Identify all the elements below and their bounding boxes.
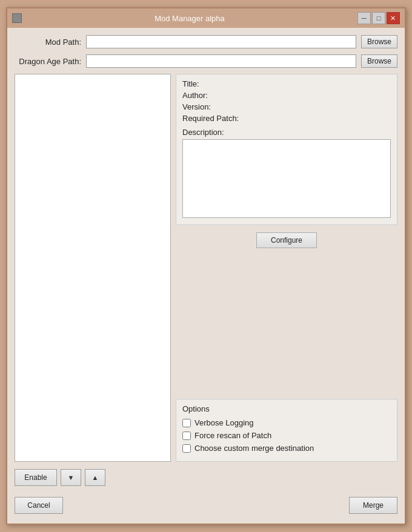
title-row: Title: bbox=[182, 79, 391, 88]
main-window: Mod Manager alpha ─ □ ✕ Mod Path: Browse… bbox=[6, 7, 406, 525]
arrow-down-button[interactable]: ▼ bbox=[61, 469, 81, 486]
minimize-button[interactable]: ─ bbox=[357, 12, 371, 24]
required-patch-row: Required Patch: bbox=[182, 114, 391, 123]
dragon-age-path-row: Dragon Age Path: Browse bbox=[15, 54, 397, 68]
version-label: Version: bbox=[182, 102, 249, 111]
spacer bbox=[176, 255, 397, 395]
verbose-logging-label[interactable]: Verbose Logging bbox=[194, 418, 254, 427]
author-label: Author: bbox=[182, 91, 249, 100]
verbose-logging-row: Verbose Logging bbox=[182, 418, 391, 427]
options-title: Options bbox=[182, 404, 391, 413]
mod-list[interactable] bbox=[15, 74, 171, 462]
close-button[interactable]: ✕ bbox=[387, 12, 400, 24]
window-icon bbox=[12, 13, 22, 23]
merge-button[interactable]: Merge bbox=[349, 497, 397, 514]
dragon-age-path-label: Dragon Age Path: bbox=[15, 57, 81, 66]
configure-button[interactable]: Configure bbox=[256, 232, 317, 248]
verbose-logging-checkbox[interactable] bbox=[182, 419, 191, 427]
title-label: Title: bbox=[182, 79, 249, 88]
options-section: Options Verbose Logging Force rescan of … bbox=[176, 399, 397, 462]
description-box: Description: bbox=[182, 128, 391, 220]
description-label: Description: bbox=[182, 128, 391, 137]
cancel-button[interactable]: Cancel bbox=[15, 497, 63, 514]
mod-path-row: Mod Path: Browse bbox=[15, 35, 397, 48]
description-textarea[interactable] bbox=[182, 139, 391, 218]
force-rescan-row: Force rescan of Patch bbox=[182, 431, 391, 440]
mod-path-browse-button[interactable]: Browse bbox=[361, 35, 397, 48]
author-row: Author: bbox=[182, 91, 391, 100]
dragon-age-path-browse-button[interactable]: Browse bbox=[361, 54, 397, 68]
custom-merge-label[interactable]: Choose custom merge destination bbox=[194, 444, 314, 453]
main-area: Title: Author: Version: Required Patch: … bbox=[15, 74, 397, 462]
configure-row: Configure bbox=[176, 229, 397, 252]
window-title: Mod Manager alpha bbox=[154, 14, 225, 23]
force-rescan-label[interactable]: Force rescan of Patch bbox=[194, 431, 271, 440]
window-content: Mod Path: Browse Dragon Age Path: Browse… bbox=[7, 28, 405, 524]
footer: Cancel Merge bbox=[15, 493, 397, 516]
bottom-buttons: Enable ▼ ▲ bbox=[15, 467, 397, 488]
title-bar-controls: ─ □ ✕ bbox=[357, 12, 400, 24]
dragon-age-path-input[interactable] bbox=[86, 54, 356, 68]
force-rescan-checkbox[interactable] bbox=[182, 432, 191, 440]
enable-button[interactable]: Enable bbox=[15, 469, 57, 486]
info-section: Title: Author: Version: Required Patch: … bbox=[176, 74, 397, 225]
version-row: Version: bbox=[182, 102, 391, 111]
maximize-button[interactable]: □ bbox=[372, 12, 385, 24]
right-panel: Title: Author: Version: Required Patch: … bbox=[176, 74, 397, 462]
mod-path-label: Mod Path: bbox=[15, 38, 81, 47]
arrow-up-button[interactable]: ▲ bbox=[85, 469, 105, 486]
mod-path-input[interactable] bbox=[86, 35, 356, 48]
custom-merge-row: Choose custom merge destination bbox=[182, 444, 391, 453]
custom-merge-checkbox[interactable] bbox=[182, 444, 191, 453]
title-bar: Mod Manager alpha ─ □ ✕ bbox=[7, 8, 405, 28]
required-patch-label: Required Patch: bbox=[182, 114, 249, 123]
